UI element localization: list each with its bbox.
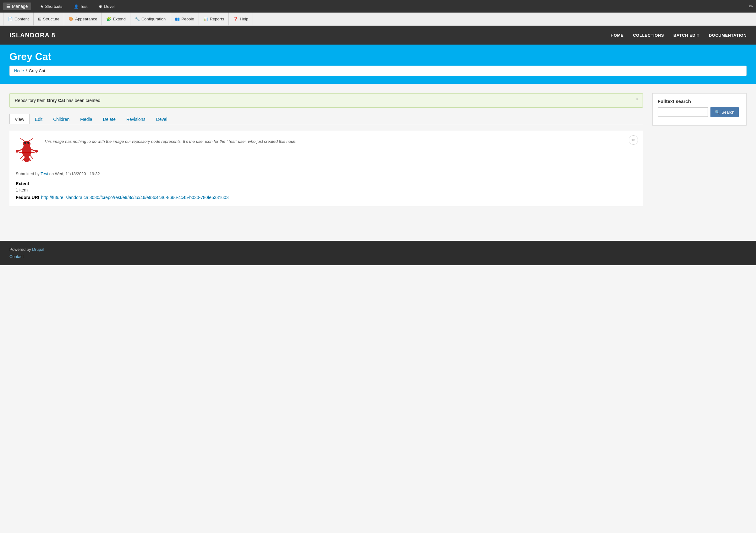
shortcuts-button[interactable]: Shortcuts [38,4,65,9]
nav-structure[interactable]: ⊞ Structure [34,13,65,25]
nav-content[interactable]: 📄 Content [3,13,34,25]
alert-close-button[interactable]: × [636,97,639,102]
user-avatar [16,137,38,165]
submitted-prefix: Submitted by [16,171,40,176]
footer-powered-by: Powered by Drupal [10,247,746,252]
extend-icon: 🧩 [106,17,111,21]
reports-icon: 📊 [203,17,208,21]
person-icon [74,4,79,9]
sidebar-search-widget: Fulltext search 🔍 Search [652,93,746,126]
nav-collections[interactable]: COLLECTIONS [633,33,664,38]
tab-devel[interactable]: Devel [151,114,173,124]
search-icon: 🔍 [715,110,720,114]
menu-icon [6,4,10,9]
search-button[interactable]: 🔍 Search [711,107,739,117]
svg-line-4 [20,139,25,141]
extent-label: Extent [16,181,636,186]
breadcrumb-node-link[interactable]: Node [14,68,24,73]
nav-help[interactable]: ❓ Help [229,13,253,25]
alert-item-name: Grey Cat [47,98,65,103]
nav-reports[interactable]: 📊 Reports [199,13,229,25]
extent-value: 1 item [16,188,636,192]
nav-batch-edit[interactable]: BATCH EDIT [673,33,699,38]
site-logo: ISLANDORA 8 [10,32,55,39]
node-view: ✏ [10,131,643,206]
admin-toolbar: Manage Shortcuts Test Devel ✏ [0,0,756,13]
nav-configuration[interactable]: 🔧 Configuration [130,13,170,25]
submitted-by: Submitted by Test on Wed, 11/18/2020 - 1… [16,171,636,176]
nav-structure-label: Structure [43,17,60,21]
site-nav: HOME COLLECTIONS BATCH EDIT DOCUMENTATIO… [610,33,746,38]
tab-delete[interactable]: Delete [98,114,121,124]
nav-home[interactable]: HOME [610,33,623,38]
edit-pencil-button[interactable]: ✏ [629,135,638,145]
drupal-link[interactable]: Drupal [32,247,44,252]
test-button[interactable]: Test [71,4,90,9]
svg-point-1 [23,140,31,147]
nav-documentation[interactable]: DOCUMENTATION [709,33,746,38]
nav-appearance-label: Appearance [75,17,97,21]
content-sidebar: Fulltext search 🔍 Search [652,93,746,206]
page-title-area: Grey Cat Node / Grey Cat [0,44,756,84]
tab-view[interactable]: View [10,114,30,124]
site-header: ISLANDORA 8 HOME COLLECTIONS BATCH EDIT … [0,26,756,44]
svg-point-2 [24,142,26,144]
main-content: Repository Item Grey Cat has been create… [0,84,756,241]
submitted-user-link[interactable]: Test [40,171,48,176]
nav-help-label: Help [240,17,248,21]
content-tabs: View Edit Children Media Delete Revision… [10,114,643,124]
nav-extend-label: Extend [113,17,125,21]
nav-people-label: People [181,17,194,21]
nav-appearance[interactable]: 🎨 Appearance [64,13,102,25]
footer-contact: Contact [10,254,746,259]
toolbar-edit-icon[interactable]: ✏ [749,3,753,10]
nav-extend[interactable]: 🧩 Extend [102,13,130,25]
appearance-icon: 🎨 [68,17,73,21]
svg-line-14 [30,155,33,159]
manage-label: Manage [12,4,28,9]
breadcrumb: Node / Grey Cat [10,65,746,76]
breadcrumb-separator: / [26,68,27,73]
node-image-area: This image has nothing to do with the im… [16,137,636,165]
contact-link[interactable]: Contact [10,254,24,259]
shortcuts-label: Shortcuts [45,4,63,9]
nav-content-label: Content [14,17,29,21]
nav-config-label: Configuration [141,17,166,21]
tab-revisions[interactable]: Revisions [121,114,151,124]
svg-line-12 [20,155,24,159]
alert-message: Repository Item Grey Cat has been create… [10,93,643,108]
structure-icon: ⊞ [38,17,41,21]
powered-by-text: Powered by [10,247,32,252]
test-label: Test [80,4,88,9]
devel-label: Devel [104,4,114,9]
nav-menu: 📄 Content ⊞ Structure 🎨 Appearance 🧩 Ext… [0,13,756,26]
submitted-date: on Wed, 11/18/2020 - 19:32 [48,171,100,176]
fedora-uri-row: Fedora URI http://future.islandora.ca:80… [16,195,636,200]
tab-children[interactable]: Children [48,114,75,124]
tab-media[interactable]: Media [75,114,97,124]
nav-reports-label: Reports [210,17,224,21]
node-caption: This image has nothing to do with the im… [44,137,297,165]
nav-people[interactable]: 👥 People [170,13,199,25]
search-row: 🔍 Search [658,107,741,117]
devel-button[interactable]: Devel [96,4,117,9]
svg-line-5 [29,139,33,141]
alert-text-prefix: Repository Item [15,98,47,103]
alert-text-suffix: has been created. [65,98,101,103]
config-icon: 🔧 [135,17,140,21]
svg-point-3 [27,142,29,144]
search-input[interactable] [658,107,708,117]
sidebar-search-title: Fulltext search [658,99,741,104]
content-icon: 📄 [8,17,13,21]
help-icon: ❓ [233,17,238,21]
gear-icon [99,4,102,9]
site-footer: Powered by Drupal Contact [0,241,756,265]
page-title: Grey Cat [10,51,746,63]
manage-button[interactable]: Manage [3,3,31,10]
people-icon: 👥 [175,17,180,21]
content-main: Repository Item Grey Cat has been create… [10,93,643,206]
tab-edit[interactable]: Edit [30,114,48,124]
star-icon [40,4,44,9]
fedora-uri-link[interactable]: http://future.islandora.ca:8080/fcrepo/r… [41,195,229,200]
search-button-label: Search [721,110,734,114]
